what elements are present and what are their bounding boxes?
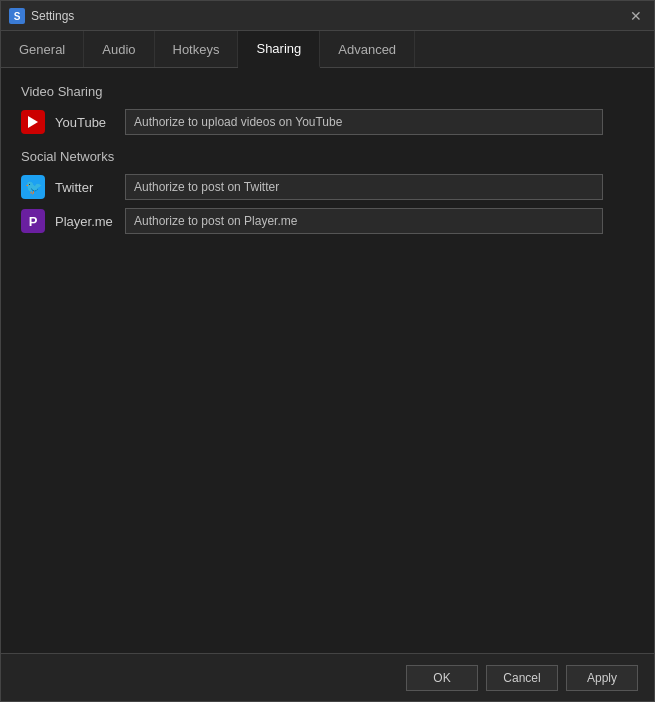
tab-hotkeys[interactable]: Hotkeys xyxy=(155,31,239,67)
settings-window: S Settings ✕ General Audio Hotkeys Shari… xyxy=(0,0,655,702)
playerme-logo-icon: P xyxy=(29,214,38,229)
title-bar-text: Settings xyxy=(31,9,626,23)
apply-button[interactable]: Apply xyxy=(566,665,638,691)
title-bar: S Settings ✕ xyxy=(1,1,654,31)
tab-general[interactable]: General xyxy=(1,31,84,67)
social-networks-label: Social Networks xyxy=(21,149,634,164)
content-area: Video Sharing YouTube Authorize to uploa… xyxy=(1,68,654,653)
twitter-row: 🐦 Twitter Authorize to post on Twitter xyxy=(21,174,634,200)
footer: OK Cancel Apply xyxy=(1,653,654,701)
youtube-play-icon xyxy=(28,116,38,128)
tab-audio[interactable]: Audio xyxy=(84,31,154,67)
video-sharing-label: Video Sharing xyxy=(21,84,634,99)
twitter-label: Twitter xyxy=(55,180,125,195)
youtube-authorize-button[interactable]: Authorize to upload videos on YouTube xyxy=(125,109,603,135)
close-button[interactable]: ✕ xyxy=(626,6,646,26)
svg-text:S: S xyxy=(14,11,21,22)
app-icon: S xyxy=(9,8,25,24)
twitter-authorize-button[interactable]: Authorize to post on Twitter xyxy=(125,174,603,200)
playerme-authorize-button[interactable]: Authorize to post on Player.me xyxy=(125,208,603,234)
cancel-button[interactable]: Cancel xyxy=(486,665,558,691)
youtube-label: YouTube xyxy=(55,115,125,130)
playerme-icon: P xyxy=(21,209,45,233)
playerme-row: P Player.me Authorize to post on Player.… xyxy=(21,208,634,234)
twitter-icon: 🐦 xyxy=(21,175,45,199)
ok-button[interactable]: OK xyxy=(406,665,478,691)
tab-advanced[interactable]: Advanced xyxy=(320,31,415,67)
tab-sharing[interactable]: Sharing xyxy=(238,31,320,68)
twitter-bird-icon: 🐦 xyxy=(25,179,42,195)
youtube-row: YouTube Authorize to upload videos on Yo… xyxy=(21,109,634,135)
youtube-icon xyxy=(21,110,45,134)
tabs-bar: General Audio Hotkeys Sharing Advanced xyxy=(1,31,654,68)
playerme-label: Player.me xyxy=(55,214,125,229)
